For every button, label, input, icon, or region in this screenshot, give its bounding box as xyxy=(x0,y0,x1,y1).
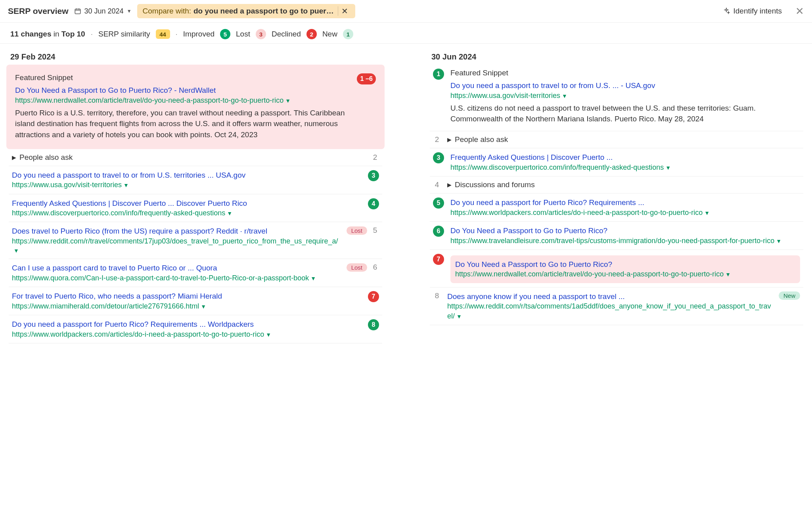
position-number: 5 xyxy=(371,226,379,235)
right-column: 30 Jun 2024 1 Featured Snippet Do you ne… xyxy=(430,48,803,343)
expand-icon[interactable]: ▶ xyxy=(447,136,452,143)
result-title[interactable]: Does travel to Puerto Rico (from the US)… xyxy=(12,226,340,236)
left-featured-snippet: Featured Snippet Do You Need a Passport … xyxy=(6,65,385,149)
result-title[interactable]: Do you need a passport for Puerto Rico? … xyxy=(450,197,800,208)
position-bubble: 5 xyxy=(433,197,444,209)
right-result-5: 5 Do you need a passport for Puerto Rico… xyxy=(430,194,803,222)
chevron-down-icon[interactable]: ▼ xyxy=(227,210,232,217)
result-url[interactable]: https://www.quora.com/Can-I-use-a-passpo… xyxy=(12,274,309,282)
stats-bar: 11 changes in Top 10 · SERP similarity 4… xyxy=(0,23,812,44)
declined-label: Declined xyxy=(272,30,301,38)
chevron-down-icon[interactable]: ▼ xyxy=(776,238,781,244)
right-featured-snippet: 1 Featured Snippet Do you need a passpor… xyxy=(430,65,803,131)
left-result-8: Do you need a passport for Puerto Rico? … xyxy=(9,315,382,343)
position-number: 8 xyxy=(433,291,441,300)
chevron-down-icon[interactable]: ▼ xyxy=(704,210,710,216)
position-bubble: 6 xyxy=(433,226,444,237)
close-panel-icon[interactable]: ✕ xyxy=(795,5,804,17)
left-result-3: Do you need a passport to travel to or f… xyxy=(9,166,382,194)
position-bubble: 1 −6 xyxy=(357,73,376,84)
result-url[interactable]: https://www.reddit.com/r/tsa/comments/1a… xyxy=(447,302,771,320)
chevron-down-icon[interactable]: ▼ xyxy=(285,98,291,104)
lost-chip: Lost xyxy=(347,263,367,272)
chevron-down-icon[interactable]: ▼ xyxy=(123,182,129,188)
result-url[interactable]: https://www.nerdwallet.com/article/trave… xyxy=(15,96,283,104)
expand-icon[interactable]: ▶ xyxy=(12,154,16,161)
date-picker[interactable]: 30 Jun 2024 ▼ xyxy=(74,7,132,15)
result-title[interactable]: Do you need a passport to travel to or f… xyxy=(450,80,800,91)
sparkle-icon xyxy=(723,8,730,15)
result-title[interactable]: Frequently Asked Questions | Discover Pu… xyxy=(450,152,800,163)
lost-label: Lost xyxy=(236,30,250,38)
result-title[interactable]: Do You Need a Passport to Go to Puerto R… xyxy=(450,226,800,236)
improved-badge: 5 xyxy=(220,29,230,39)
result-title[interactable]: Do you need a passport for Puerto Rico? … xyxy=(12,319,362,330)
chevron-down-icon[interactable]: ▼ xyxy=(310,275,316,282)
position-bubble: 7 xyxy=(433,254,444,265)
result-url[interactable]: https://www.discoverpuertorico.com/info/… xyxy=(12,209,225,217)
date-label: 30 Jun 2024 xyxy=(84,7,124,15)
result-url[interactable]: https://www.usa.gov/visit-territories xyxy=(12,181,122,189)
result-snippet: U.S. citizens do not need a passport to … xyxy=(450,103,800,125)
compare-query: do you need a passport to go to puer… xyxy=(193,7,334,15)
result-title[interactable]: Do you need a passport to travel to or f… xyxy=(12,170,362,180)
chevron-down-icon[interactable]: ▼ xyxy=(266,332,271,338)
chevron-down-icon[interactable]: ▼ xyxy=(456,313,462,320)
serp-similarity-label: SERP similarity xyxy=(98,30,150,38)
position-bubble: 7 xyxy=(368,291,379,302)
new-badge: 1 xyxy=(343,29,353,39)
chevron-down-icon: ▼ xyxy=(127,8,132,14)
position-number: 4 xyxy=(433,180,441,189)
paa-label[interactable]: People also ask xyxy=(455,135,508,144)
position-bubble: 3 xyxy=(368,170,379,181)
chevron-down-icon[interactable]: ▼ xyxy=(201,303,206,310)
page-title: SERP overview xyxy=(8,6,69,16)
right-date-header: 30 Jun 2024 xyxy=(431,52,803,61)
result-title[interactable]: Do You Need a Passport to Go to Puerto R… xyxy=(455,259,795,270)
left-date-header: 29 Feb 2024 xyxy=(10,52,382,61)
right-result-8: 8 Does anyone know if you need a passpor… xyxy=(430,287,803,325)
featured-label: Featured Snippet xyxy=(450,69,800,77)
result-url[interactable]: https://www.travelandleisure.com/travel-… xyxy=(450,237,774,245)
chevron-down-icon[interactable]: ▼ xyxy=(665,165,671,171)
position-number: 2 xyxy=(371,153,379,162)
compare-label: Compare with: xyxy=(143,7,192,15)
right-result-7: 7 Do You Need a Passport to Go to Puerto… xyxy=(430,250,803,287)
position-bubble: 3 xyxy=(433,152,444,163)
compare-pill[interactable]: Compare with: do you need a passport to … xyxy=(137,4,355,18)
position-number: 6 xyxy=(371,263,379,272)
declined-badge: 2 xyxy=(306,29,317,39)
right-result-6: 6 Do You Need a Passport to Go to Puerto… xyxy=(430,222,803,250)
paa-label[interactable]: People also ask xyxy=(19,153,73,162)
result-url[interactable]: https://www.usa.gov/visit-territories xyxy=(450,92,560,100)
new-chip: New xyxy=(779,291,800,300)
expand-icon[interactable]: ▶ xyxy=(447,182,452,188)
comparison-columns: 29 Feb 2024 Featured Snippet Do You Need… xyxy=(0,44,812,359)
position-bubble: 4 xyxy=(368,198,379,209)
top-bar: SERP overview 30 Jun 2024 ▼ Compare with… xyxy=(0,0,812,23)
chevron-down-icon[interactable]: ▼ xyxy=(562,93,567,99)
result-url[interactable]: https://www.worldpackers.com/articles/do… xyxy=(12,330,264,338)
result-title[interactable]: Frequently Asked Questions | Discover Pu… xyxy=(12,198,362,209)
result-title[interactable]: For travel to Puerto Rico, who needs a p… xyxy=(12,291,362,301)
result-url[interactable]: https://www.nerdwallet.com/article/trave… xyxy=(455,270,724,278)
chevron-down-icon[interactable]: ▼ xyxy=(725,271,731,278)
svg-rect-0 xyxy=(75,9,80,14)
result-url[interactable]: https://www.miamiherald.com/detour/artic… xyxy=(12,302,199,310)
result-title[interactable]: Do You Need a Passport to Go to Puerto R… xyxy=(15,85,350,96)
discussions-label[interactable]: Discussions and forums xyxy=(455,180,535,189)
close-icon[interactable]: ✕ xyxy=(338,6,351,16)
identify-intents-label: Identify intents xyxy=(733,7,782,15)
left-result-4: Frequently Asked Questions | Discover Pu… xyxy=(9,194,382,222)
result-title[interactable]: Can I use a passport card to travel to P… xyxy=(12,263,340,273)
result-url[interactable]: https://www.discoverpuertorico.com/info/… xyxy=(450,163,664,171)
result-title[interactable]: Does anyone know if you need a passport … xyxy=(447,291,775,302)
separator: · xyxy=(91,30,93,38)
position-number: 2 xyxy=(433,135,441,144)
right-paa-row: 2 ▶ People also ask xyxy=(430,131,803,148)
identify-intents-button[interactable]: Identify intents xyxy=(723,7,782,15)
new-label: New xyxy=(322,30,337,38)
result-url[interactable]: https://www.reddit.com/r/travel/comments… xyxy=(12,237,338,245)
chevron-down-icon[interactable]: ▼ xyxy=(13,247,19,254)
result-url[interactable]: https://www.worldpackers.com/articles/do… xyxy=(450,209,703,217)
